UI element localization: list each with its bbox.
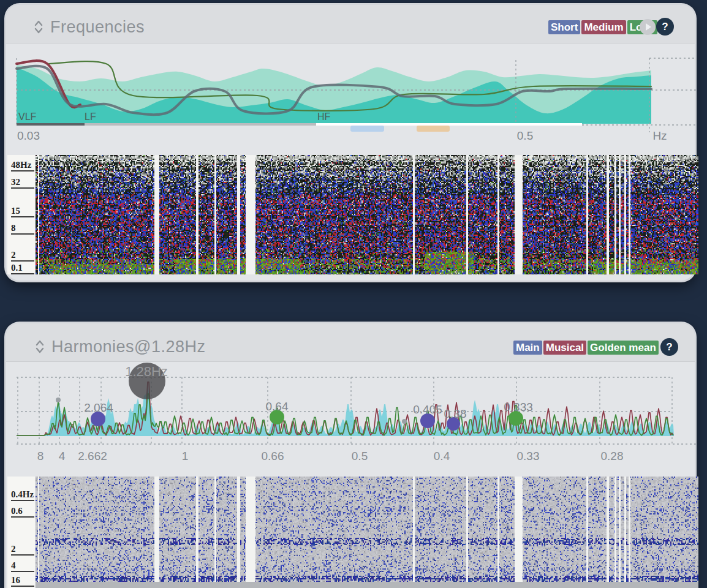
legend-badge-musical[interactable]: Musical bbox=[543, 341, 586, 355]
frequency-spectrogram[interactable] bbox=[36, 155, 698, 274]
peak-marker-label: 0.64 bbox=[266, 400, 289, 413]
peak-marker-label: 0.38 bbox=[444, 407, 467, 420]
harmonies-spectrogram-axis: 0.4Hz0.62416 bbox=[7, 477, 35, 588]
x-axis-label: 1 bbox=[182, 450, 189, 462]
x-axis-label: 0.03 bbox=[17, 129, 40, 142]
collapse-icon[interactable] bbox=[34, 339, 45, 355]
legend-badge-short[interactable]: Short bbox=[548, 20, 580, 34]
spectrogram-axis-label: 4 bbox=[11, 560, 34, 572]
spectrogram-axis-label: 0.1 bbox=[11, 263, 34, 274]
x-axis-label: 0.5 bbox=[352, 450, 368, 462]
peak-marker-dot[interactable] bbox=[56, 398, 61, 402]
spectrogram-axis-label: 2 bbox=[11, 250, 34, 262]
event-marker-pill[interactable] bbox=[417, 126, 450, 132]
play-icon bbox=[646, 23, 651, 31]
band-range-bar[interactable] bbox=[85, 123, 316, 126]
peak-marker-dot[interactable] bbox=[402, 419, 407, 424]
harmonies-chart[interactable]: 1.28Hz2.0640.640.4050.380.333842.66210.6… bbox=[7, 363, 701, 472]
x-axis-label: Hz bbox=[652, 129, 667, 142]
event-marker-pill[interactable] bbox=[350, 126, 384, 132]
x-axis-label: 0.33 bbox=[517, 450, 540, 462]
peak-marker-label: 0.333 bbox=[504, 401, 533, 413]
harmonies-legend: MainMusicalGolden mean bbox=[513, 341, 659, 355]
band-label-lf: LF bbox=[85, 111, 96, 122]
spectrogram-axis-label: 0.4Hz bbox=[11, 489, 34, 501]
legend-toggle-button[interactable] bbox=[640, 19, 656, 35]
help-button-frequencies[interactable]: ? bbox=[656, 18, 674, 36]
spectrogram-axis-label: 15 bbox=[11, 206, 34, 217]
page-title-harmonies: Harmonies@1.28Hz bbox=[51, 337, 206, 356]
frequencies-chart[interactable]: VLFLFHF0.030.5Hz bbox=[7, 44, 701, 153]
band-label-vlf: VLF bbox=[18, 111, 37, 122]
peak-marker-label: 2.064 bbox=[84, 401, 113, 414]
page-title-frequencies: Frequencies bbox=[50, 18, 145, 37]
x-axis-label: 0.66 bbox=[262, 450, 284, 462]
spectrogram-axis-label: 0.6 bbox=[11, 506, 34, 518]
spectrogram-axis-label: 48Hz bbox=[11, 160, 34, 172]
legend-badge-main[interactable]: Main bbox=[513, 341, 542, 355]
spectrogram-axis-label: 16 bbox=[11, 575, 34, 587]
spectrogram-footer-strip bbox=[36, 582, 698, 588]
collapse-icon[interactable] bbox=[33, 19, 44, 35]
x-axis-label: 4 bbox=[59, 450, 66, 462]
peak-marker-label: 1.28Hz bbox=[125, 364, 168, 379]
help-button-harmonies[interactable]: ? bbox=[660, 338, 678, 356]
band-range-bar[interactable] bbox=[17, 123, 85, 126]
legend-badge-golden-mean[interactable]: Golden mean bbox=[588, 341, 659, 355]
spectrogram-axis-label: 2 bbox=[11, 544, 34, 556]
band-range-bar[interactable] bbox=[316, 123, 582, 126]
band-label-hf: HF bbox=[317, 111, 331, 122]
harmonics-spectrogram[interactable] bbox=[36, 477, 698, 582]
spectrogram-axis-label: 8 bbox=[11, 223, 34, 235]
x-axis-label: 0.28 bbox=[601, 450, 624, 462]
legend-badge-medium[interactable]: Medium bbox=[581, 20, 626, 34]
x-axis-label: 0.5 bbox=[517, 129, 533, 142]
peak-marker-label: 0.405 bbox=[413, 403, 442, 416]
x-axis-label: 2.662 bbox=[78, 450, 107, 462]
x-axis-label: 0.4 bbox=[434, 450, 450, 462]
frequencies-spectrogram-axis: 48Hz3215820.1 bbox=[7, 155, 35, 274]
x-axis-label: 8 bbox=[37, 450, 44, 462]
series-spectrum bbox=[17, 385, 674, 436]
spectrogram-axis-label: 32 bbox=[11, 177, 34, 189]
app-background: Frequencies ShortMediumLong ? VLFLFHF0.0… bbox=[0, 0, 707, 588]
